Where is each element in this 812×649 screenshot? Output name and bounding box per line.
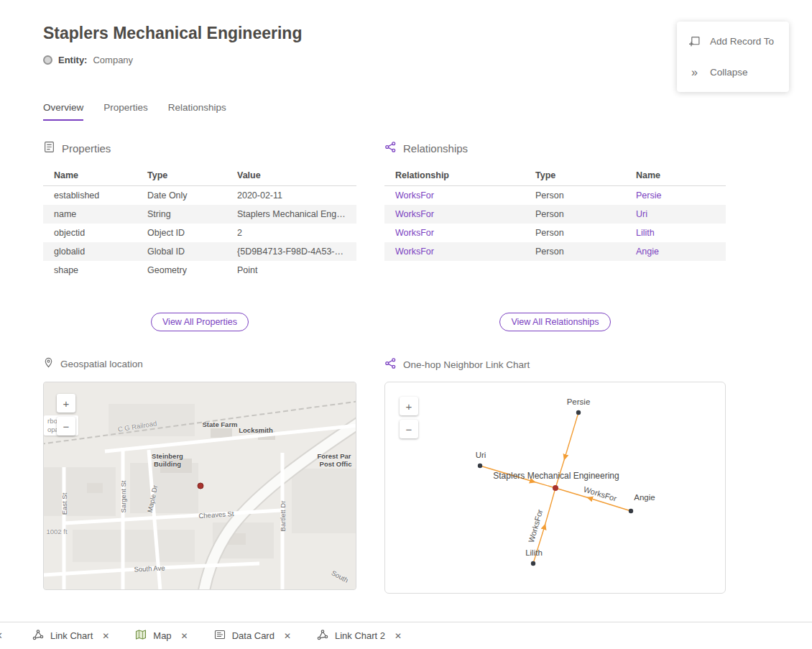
table-row: WorksFor Person Angie bbox=[384, 242, 726, 261]
table-row: WorksFor Person Uri bbox=[384, 205, 726, 224]
cell-type: Person bbox=[525, 242, 625, 261]
entity-row: Entity: Company bbox=[43, 55, 133, 65]
close-icon[interactable]: ✕ bbox=[102, 631, 109, 641]
node-uri[interactable] bbox=[478, 464, 482, 468]
node-angie[interactable] bbox=[629, 509, 633, 513]
bottom-tab-label: Map bbox=[153, 630, 171, 641]
map-label-street: South Ave bbox=[134, 563, 165, 573]
node-label: Lilith bbox=[525, 548, 543, 557]
relationships-section-title: Relationships bbox=[403, 142, 468, 155]
relationships-table: Relationship Type Name WorksFor Person P… bbox=[384, 165, 726, 261]
entity-label: Entity: bbox=[58, 55, 87, 65]
column-header: Type bbox=[525, 165, 625, 186]
close-icon[interactable]: ✕ bbox=[181, 631, 188, 641]
bottom-tab-label: Link Chart 2 bbox=[335, 630, 385, 641]
bottom-tab-link-chart[interactable]: Link Chart ✕ bbox=[32, 629, 109, 643]
table-row: WorksFor Person Lilith bbox=[384, 224, 726, 242]
link-chart-section: One-hop Neighbor Link Chart WorksFor Wor… bbox=[384, 357, 726, 594]
table-row: globalid Global ID {5D9B4713-F98D-4A53-… bbox=[43, 242, 356, 261]
data-card-tab-icon bbox=[214, 629, 226, 643]
bottom-tab-link-chart-2[interactable]: Link Chart 2 ✕ bbox=[317, 629, 402, 643]
bottom-tab-bar: ✕ Link Chart ✕ Map ✕ bbox=[0, 622, 812, 649]
zoom-out-button[interactable]: − bbox=[400, 420, 418, 438]
map-label-poi: Building bbox=[154, 460, 181, 468]
link-chart-tab-icon bbox=[317, 629, 328, 643]
edge-label: WorksFor bbox=[527, 508, 545, 543]
edge-label: WorksFor bbox=[583, 484, 618, 502]
link-chart-canvas[interactable]: WorksFor WorksFor Persie Uri Angie Lilit… bbox=[384, 382, 726, 594]
node-label: Uri bbox=[476, 451, 486, 459]
cell-name: shape bbox=[43, 261, 137, 280]
entity-link[interactable]: Angie bbox=[625, 242, 726, 261]
double-chevron-right-icon: » bbox=[688, 67, 701, 78]
cell-value: 2 bbox=[226, 224, 356, 242]
link-chart-graph: WorksFor WorksFor Persie Uri Angie Lilit… bbox=[385, 382, 726, 594]
column-header: Name bbox=[625, 165, 726, 186]
bottom-tab-map[interactable]: Map ✕ bbox=[135, 629, 188, 643]
tab-overview[interactable]: Overview bbox=[43, 102, 83, 121]
close-icon[interactable]: ✕ bbox=[395, 631, 402, 641]
view-all-properties-button[interactable]: View All Properties bbox=[151, 313, 249, 331]
tab-properties[interactable]: Properties bbox=[103, 102, 148, 121]
cell-type: Global ID bbox=[137, 242, 226, 261]
chart-zoom-control: + − bbox=[400, 397, 418, 438]
zoom-out-button[interactable]: − bbox=[57, 417, 75, 436]
node-label: Angie bbox=[634, 493, 655, 502]
bottom-tab-data-card[interactable]: Data Card ✕ bbox=[214, 629, 291, 643]
properties-icon bbox=[43, 141, 55, 155]
table-row: objectid Object ID 2 bbox=[43, 224, 356, 242]
node-center-company[interactable] bbox=[553, 485, 558, 491]
map-zoom-control: + − bbox=[57, 394, 75, 436]
map-tab-icon bbox=[135, 629, 147, 643]
cell-type: Date Only bbox=[137, 186, 226, 206]
map-canvas[interactable]: + − rbour opaedics C G Railroad State Fa… bbox=[43, 382, 356, 590]
column-header: Value bbox=[226, 165, 356, 186]
cell-type: String bbox=[137, 205, 226, 224]
node-lilith[interactable] bbox=[531, 561, 535, 566]
table-header-row: Name Type Value bbox=[43, 165, 356, 186]
relationships-icon bbox=[384, 141, 397, 155]
zoom-in-button[interactable]: + bbox=[400, 397, 418, 415]
table-row: established Date Only 2020-02-11 bbox=[43, 186, 356, 206]
entity-link[interactable]: Lilith bbox=[625, 224, 726, 242]
map-label-poi: State Farm bbox=[202, 420, 237, 428]
cell-type: Person bbox=[525, 205, 625, 224]
cell-type: Person bbox=[525, 224, 625, 242]
cell-value: 2020-02-11 bbox=[226, 186, 356, 206]
relationship-link[interactable]: WorksFor bbox=[384, 224, 525, 242]
map-label-poi: Locksmith bbox=[239, 426, 273, 434]
cell-name: name bbox=[43, 205, 137, 224]
entity-type-icon bbox=[43, 55, 52, 65]
entity-link[interactable]: Persie bbox=[625, 186, 726, 206]
relationship-link[interactable]: WorksFor bbox=[384, 205, 525, 224]
map-pin-icon bbox=[43, 357, 54, 370]
relationship-link[interactable]: WorksFor bbox=[384, 242, 525, 261]
node-persie[interactable] bbox=[576, 410, 581, 415]
menu-item-label: Collapse bbox=[710, 67, 748, 78]
node-label: Persie bbox=[567, 397, 591, 406]
cell-type: Geometry bbox=[137, 261, 226, 280]
location-marker[interactable] bbox=[198, 483, 203, 489]
relationship-link[interactable]: WorksFor bbox=[384, 186, 525, 206]
menu-item-collapse[interactable]: » Collapse bbox=[677, 57, 789, 88]
cell-name: established bbox=[43, 186, 137, 206]
column-header: Type bbox=[137, 165, 226, 186]
column-header: Name bbox=[43, 165, 137, 186]
menu-item-add-record-to[interactable]: Add Record To bbox=[677, 26, 789, 57]
view-all-relationships-button[interactable]: View All Relationships bbox=[499, 313, 610, 331]
map-label-street: East St bbox=[60, 493, 68, 515]
link-chart-section-title: One-hop Neighbor Link Chart bbox=[403, 359, 530, 370]
geospatial-section: Geospatial location bbox=[43, 357, 356, 590]
geospatial-section-title: Geospatial location bbox=[60, 359, 143, 369]
zoom-in-button[interactable]: + bbox=[57, 394, 75, 413]
properties-section-title: Properties bbox=[62, 142, 111, 155]
tab-relationships[interactable]: Relationships bbox=[168, 102, 226, 121]
close-icon[interactable]: ✕ bbox=[284, 631, 291, 641]
cell-type: Object ID bbox=[137, 224, 226, 242]
table-row: name String Staplers Mechanical Eng… bbox=[43, 205, 356, 224]
close-icon[interactable]: ✕ bbox=[0, 630, 6, 641]
relationships-section: Relationships Relationship Type Name Wor… bbox=[384, 141, 726, 261]
data-card-page: Staplers Mechanical Engineering Entity: … bbox=[0, 0, 812, 649]
cell-value: {5D9B4713-F98D-4A53-… bbox=[226, 242, 356, 261]
entity-link[interactable]: Uri bbox=[625, 205, 726, 224]
